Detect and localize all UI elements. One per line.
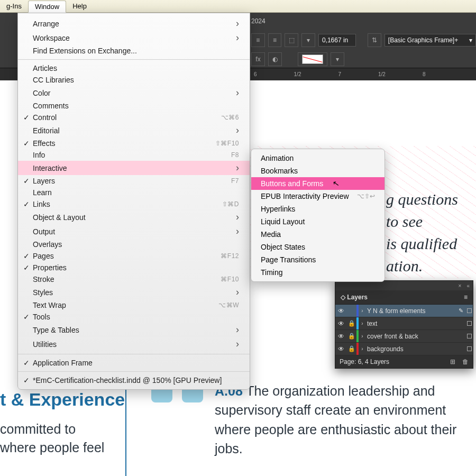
submenu-item[interactable]: Media [251,228,385,241]
edit-icon[interactable]: ✎ [456,307,465,314]
disclosure-icon[interactable]: › [359,308,366,314]
disclosure-icon[interactable]: › [359,321,366,326]
menu-item[interactable]: Color [18,86,250,100]
menu-item[interactable]: Control⌥⌘6 [18,112,250,123]
checklist-item: A.08 The organization leadership and sup… [151,381,476,458]
lock-icon[interactable]: 🔒 [347,333,356,340]
menu-item[interactable]: Learn [18,187,250,198]
menu-item[interactable]: Pages⌘F12 [18,250,250,262]
menu-item[interactable]: Text Wrap⌥⌘W [18,299,250,311]
align-icon[interactable]: ≡ [268,33,282,47]
visibility-icon[interactable]: 👁 [335,307,347,315]
submenu-item[interactable]: Buttons and Forms [251,177,385,190]
menu-item[interactable]: Interactive [18,161,250,175]
submenu-item[interactable]: Animation [251,152,385,164]
menu-item[interactable]: Styles [18,285,250,299]
visibility-icon[interactable]: 👁 [335,345,347,353]
swap-icon[interactable]: ⇅ [368,33,381,47]
disclosure-icon[interactable]: › [359,333,366,339]
submenu-item[interactable]: Page Transitions [251,253,385,266]
menu-item[interactable]: Arrange [18,16,250,31]
menu-item[interactable]: *EmC-Certification-checklist.indd @ 150%… [18,374,250,386]
menu-item[interactable]: Tools [18,311,250,323]
lock-icon[interactable]: 🔒 [347,320,356,327]
value-field[interactable]: 0,1667 in [318,34,356,47]
opacity-icon[interactable]: ◐ [268,52,282,66]
menu-item[interactable]: Application Frame [18,357,250,369]
document-tab[interactable]: 2024 [251,17,266,25]
menu-item[interactable]: Object & Layout [18,210,250,224]
layer-name[interactable]: text [366,320,456,327]
layer-row[interactable]: 👁🔒›text [335,317,473,330]
menu-item[interactable]: Effects⇧⌘F10 [18,138,250,149]
menu-item[interactable]: Type & Tables [18,323,250,337]
fx-icon[interactable]: fx [251,52,265,66]
selection-proxy[interactable] [465,346,473,351]
submenu-item[interactable]: Liquid Layout [251,215,385,228]
menu-plugins[interactable]: g-Ins [0,1,28,12]
menu-item[interactable]: Overlays [18,239,250,250]
quote-text: g questions to see is qualified ation. [386,188,476,277]
layer-row[interactable]: 👁🔒›cover front & back [335,330,473,343]
menu-item[interactable]: Find Extensions on Exchange... [18,45,250,57]
selection-proxy[interactable] [465,308,473,313]
layer-row[interactable]: 👁›Y N & form elements✎ [335,305,473,317]
layers-panel[interactable]: × « ◇ Layers ≡ 👁›Y N & form elements✎👁🔒›… [335,280,473,369]
menu-item[interactable]: Properties [18,262,250,273]
menu-item[interactable]: InfoF8 [18,149,250,161]
layer-name[interactable]: backgrounds [366,345,456,353]
menu-item[interactable]: CC Libraries [18,74,250,86]
disclosure-icon[interactable]: › [359,346,366,352]
submenu-item[interactable]: Hyperlinks [251,203,385,215]
submenu-item[interactable]: Timing [251,266,385,279]
menu-item[interactable]: Links⇧⌘D [18,198,250,210]
menu-item[interactable]: Output [18,224,250,239]
new-layer-icon[interactable]: ⊞ [450,358,455,365]
menu-item[interactable]: Stroke⌘F10 [18,273,250,285]
selection-proxy[interactable] [465,334,473,338]
menu-item[interactable]: Articles [18,62,250,74]
submenu-item[interactable]: Bookmarks [251,164,385,177]
menubar: g-Ins Window Help [0,0,476,13]
menu-help[interactable]: Help [66,1,93,12]
menu-window[interactable]: Window [28,1,66,13]
close-icon[interactable]: × [459,283,462,289]
submenu-item[interactable]: Object States [251,241,385,253]
layers-status: Page: 6, 4 Layers [340,358,389,365]
align-icon[interactable]: ≡ [251,33,265,47]
object-style-dropdown[interactable]: [Basic Graphics Frame]+▾ [385,34,476,47]
menu-item[interactable]: LayersF7 [18,175,250,187]
chevron-down-icon: ▾ [469,36,472,44]
vertical-divider [125,381,126,476]
interactive-submenu: AnimationBookmarksButtons and FormsEPUB … [251,149,385,282]
delete-layer-icon[interactable]: 🗑 [462,358,469,365]
panel-menu-icon[interactable]: ≡ [464,294,468,301]
window-menu-dropdown: ArrangeWorkspaceFind Extensions on Excha… [17,13,250,390]
frame-fit-icon[interactable]: ⬚ [285,33,298,47]
layer-name[interactable]: Y N & form elements [366,307,456,315]
selection-proxy[interactable] [465,321,473,326]
menu-item[interactable]: Comments [18,100,250,112]
menu-item[interactable]: Editorial [18,123,250,138]
layers-tab[interactable]: ◇ Layers [341,294,368,301]
menu-item[interactable]: Workspace [18,31,250,45]
visibility-icon[interactable]: 👁 [335,320,347,327]
submenu-item[interactable]: EPUB Interactivity Preview⌥⇧↩ [251,190,385,203]
chevron-down-icon[interactable]: ▾ [331,52,344,66]
stepper-icon[interactable]: ▾ [301,33,315,47]
layer-name[interactable]: cover front & back [366,333,456,340]
item-description: The organization leadership and supervis… [215,383,456,456]
section-heading: t & Experience [0,389,125,410]
collapse-icon[interactable]: « [466,283,470,289]
fill-swatch[interactable] [298,52,327,66]
visibility-icon[interactable]: 👁 [335,333,347,340]
menu-item[interactable]: Utilities [18,337,250,351]
layer-row[interactable]: 👁🔒›backgrounds [335,343,473,355]
lock-icon[interactable]: 🔒 [347,345,356,352]
section-body: committed to where people feel [0,420,104,457]
